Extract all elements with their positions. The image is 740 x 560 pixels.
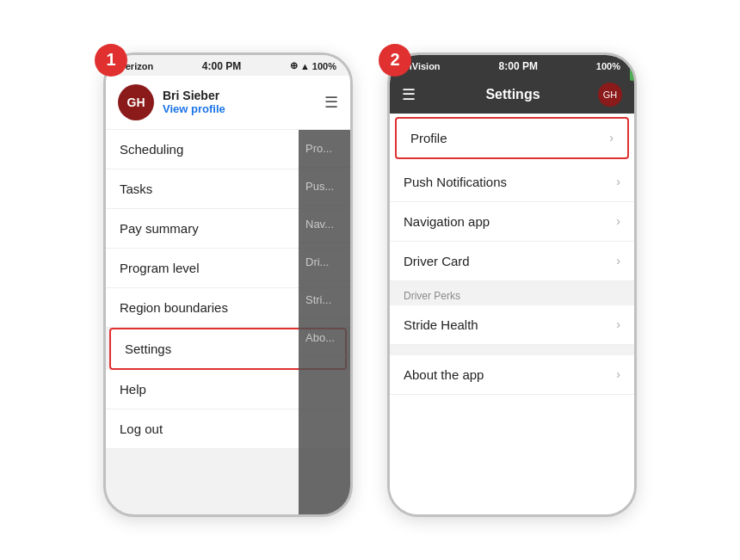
avatar: GH (118, 84, 154, 120)
settings-avatar: GH (598, 83, 622, 107)
signal-icon: ▲ (300, 61, 310, 71)
stride-health-label: Stride Health (404, 317, 478, 332)
settings-item-profile[interactable]: Profile › (395, 117, 629, 159)
phone1-wrapper: 1 Verizon 4:00 PM ⊕ ▲ 100% GH Bri Sieber… (103, 52, 353, 517)
view-profile-link[interactable]: View profile (163, 102, 324, 115)
push-chevron: › (616, 175, 620, 188)
overlay-item-profile: Pro... (299, 130, 350, 168)
phone1-header: GH Bri Sieber View profile ☰ (106, 76, 350, 130)
hamburger-icon[interactable]: ☰ (324, 93, 338, 112)
gps-icon: ⊕ (290, 60, 298, 71)
overlay-item-stride: Stri... (299, 281, 350, 319)
profile-chevron: › (609, 131, 614, 145)
battery-bar (630, 55, 634, 81)
about-chevron: › (616, 367, 620, 381)
settings-item-push-notifications[interactable]: Push Notifications › (390, 163, 634, 202)
stride-chevron: › (616, 317, 620, 331)
step1-badge: 1 (95, 44, 127, 77)
header-text: Bri Sieber View profile (163, 89, 324, 115)
navigation-app-label: Navigation app (404, 214, 490, 229)
overlay-item-push: Pus... (299, 168, 350, 206)
settings-hamburger-icon[interactable]: ☰ (402, 85, 428, 104)
settings-item-driver-card[interactable]: Driver Card › (390, 242, 634, 281)
settings-list: Profile › Push Notifications › Navigatio… (390, 114, 634, 514)
nav-items-container: Scheduling Tasks Pay summary Program lev… (106, 130, 350, 514)
driver-perks-section-label: Driver Perks (390, 281, 634, 305)
time-1: 4:00 PM (202, 60, 241, 72)
battery-icons-2: 100% (596, 61, 620, 71)
settings-item-about-app[interactable]: About the app › (390, 355, 634, 395)
status-bar-1: Verizon 4:00 PM ⊕ ▲ 100% (106, 55, 350, 76)
settings-header: ☰ Settings GH (390, 76, 634, 114)
user-name: Bri Sieber (163, 89, 324, 102)
overlay-item-about: Abo... (299, 319, 350, 357)
battery-1: 100% (312, 61, 336, 71)
battery-2: 100% (596, 61, 620, 71)
phone2-wrapper: 2 InVision 8:00 PM 100% ☰ Settings GH Pr… (387, 52, 637, 517)
driver-chevron: › (616, 254, 620, 268)
section-divider (390, 345, 634, 355)
push-notifications-label: Push Notifications (404, 175, 507, 189)
settings-title: Settings (428, 87, 598, 102)
nav-chevron: › (616, 214, 620, 228)
phone2: InVision 8:00 PM 100% ☰ Settings GH Prof… (387, 52, 637, 517)
overlay-item-driver: Dri... (299, 243, 350, 281)
profile-label: Profile (410, 131, 447, 145)
phone1: Verizon 4:00 PM ⊕ ▲ 100% GH Bri Sieber V… (103, 52, 353, 517)
settings-item-navigation-app[interactable]: Navigation app › (390, 202, 634, 242)
overlay-panel: Pro... Pus... Nav... Dri... Stri... Abo.… (299, 130, 350, 514)
about-app-label: About the app (404, 367, 484, 382)
time-2: 8:00 PM (499, 60, 538, 72)
status-bar-2: InVision 8:00 PM 100% (390, 55, 634, 76)
settings-item-stride-health[interactable]: Stride Health › (390, 305, 634, 345)
battery-icons-1: ⊕ ▲ 100% (290, 60, 336, 71)
overlay-item-nav: Nav... (299, 206, 350, 243)
driver-card-label: Driver Card (404, 254, 470, 268)
step2-badge: 2 (379, 44, 411, 77)
